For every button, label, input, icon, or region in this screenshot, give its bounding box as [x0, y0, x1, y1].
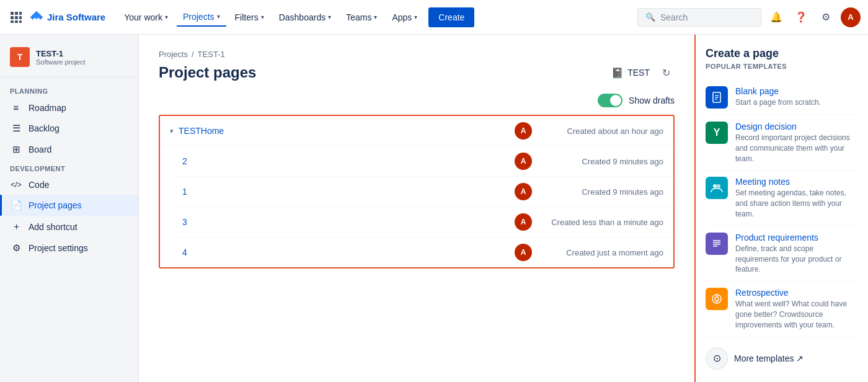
- projects-nav[interactable]: Projects ▾: [177, 8, 226, 27]
- row-name[interactable]: 4: [182, 247, 515, 257]
- settings-icon[interactable]: ⚙: [816, 7, 836, 27]
- project-pages-label: Project pages: [29, 200, 82, 210]
- row-time: Created about an hour ago: [539, 127, 663, 136]
- more-templates-icon: ⊙: [706, 347, 728, 370]
- test-badge-icon: 📓: [611, 67, 624, 79]
- table-row[interactable]: 4 A Created just a moment ago: [172, 238, 673, 267]
- grid-icon[interactable]: [7, 9, 25, 26]
- svg-point-14: [717, 184, 720, 188]
- apps-nav[interactable]: Apps ▾: [386, 9, 423, 26]
- sidebar: T TEST-1 Software project PLANNING ≡ Roa…: [0, 35, 139, 382]
- jira-logo[interactable]: Jira Software: [30, 11, 105, 24]
- template-meeting-text: Meeting notes Set meeting agendas, take …: [735, 177, 858, 219]
- template-design[interactable]: Y Design decision Record important proje…: [706, 115, 858, 171]
- topnav: Jira Software Your work ▾ Projects ▾ Fil…: [0, 0, 868, 35]
- show-drafts-toggle[interactable]: [598, 94, 622, 107]
- test-badge: 📓 TEST: [611, 67, 650, 79]
- refresh-button[interactable]: ↻: [657, 64, 675, 81]
- notifications-icon[interactable]: 🔔: [766, 7, 786, 27]
- filters-chevron: ▾: [261, 14, 264, 20]
- sidebar-item-board[interactable]: ⊞ Board: [0, 139, 138, 160]
- your-work-chevron: ▾: [165, 14, 168, 20]
- template-blank[interactable]: Blank page Start a page from scratch.: [706, 80, 858, 115]
- show-drafts-label: Show drafts: [629, 96, 675, 105]
- row-name-text: TESTHome: [179, 126, 224, 136]
- create-button[interactable]: Create: [428, 7, 474, 27]
- row-time: Created 9 minutes ago: [539, 157, 663, 166]
- row-time: Created just a moment ago: [539, 248, 663, 257]
- project-icon: T: [10, 47, 30, 67]
- svg-rect-1: [15, 12, 18, 15]
- app-body: T TEST-1 Software project PLANNING ≡ Roa…: [0, 35, 868, 382]
- breadcrumb-sep: /: [192, 50, 194, 59]
- template-product-name: Product requirements: [735, 233, 858, 242]
- template-blank-name: Blank page: [735, 86, 858, 96]
- row-name[interactable]: 1: [182, 187, 515, 197]
- template-blank-icon: [706, 86, 728, 109]
- project-name: TEST-1: [36, 49, 85, 58]
- template-retrospective[interactable]: Retrospective What went well? What could…: [706, 282, 858, 337]
- test-badge-text: TEST: [627, 68, 650, 78]
- teams-chevron: ▾: [374, 14, 377, 20]
- projects-chevron: ▾: [217, 13, 220, 20]
- row-name[interactable]: 2: [182, 156, 515, 166]
- sidebar-item-backlog[interactable]: ☰ Backlog: [0, 118, 138, 139]
- row-name-text: 3: [182, 217, 187, 227]
- page-header: Project pages 📓 TEST ↻: [159, 64, 675, 81]
- svg-rect-7: [15, 20, 18, 23]
- project-settings-icon: ⚙: [10, 242, 22, 254]
- row-avatar: A: [515, 122, 532, 140]
- rp-title: Create a page: [706, 47, 858, 60]
- template-meeting-icon: [706, 177, 728, 199]
- template-design-name: Design decision: [735, 122, 858, 131]
- svg-rect-2: [19, 12, 22, 15]
- template-meeting[interactable]: Meeting notes Set meeting agendas, take …: [706, 171, 858, 226]
- backlog-label: Backlog: [29, 123, 60, 133]
- template-product-text: Product requirements Define, track and s…: [735, 233, 858, 275]
- planning-label: PLANNING: [0, 82, 138, 97]
- table-row[interactable]: 3 A Created less than a minute ago: [172, 207, 673, 238]
- apps-chevron: ▾: [414, 14, 417, 20]
- add-shortcut-icon: ＋: [10, 221, 22, 233]
- breadcrumb-projects[interactable]: Projects: [159, 50, 188, 59]
- teams-nav[interactable]: Teams ▾: [340, 9, 383, 26]
- topnav-right: 🔍 Search 🔔 ❓ ⚙ A: [637, 7, 861, 27]
- table-row[interactable]: 2 A Created 9 minutes ago: [172, 146, 673, 177]
- breadcrumb-project[interactable]: TEST-1: [198, 50, 225, 59]
- your-work-nav[interactable]: Your work ▾: [118, 9, 174, 26]
- svg-rect-0: [11, 12, 14, 15]
- project-settings-label: Project settings: [29, 243, 88, 253]
- sidebar-item-code[interactable]: </> Code: [0, 175, 138, 195]
- more-templates-text: More templates ↗: [734, 353, 804, 363]
- template-retro-text: Retrospective What went well? What could…: [735, 288, 858, 330]
- more-templates-link[interactable]: ⊙ More templates ↗: [706, 340, 858, 377]
- row-avatar: A: [515, 153, 532, 170]
- template-retro-name: Retrospective: [735, 288, 858, 298]
- sidebar-item-add-shortcut[interactable]: ＋ Add shortcut: [0, 216, 138, 238]
- template-product[interactable]: Product requirements Define, track and s…: [706, 226, 858, 282]
- sidebar-item-roadmap[interactable]: ≡ Roadmap: [0, 97, 138, 118]
- row-name-text: 4: [182, 247, 187, 257]
- svg-rect-3: [11, 16, 14, 19]
- row-name[interactable]: ▾ TESTHome: [170, 126, 515, 136]
- project-type: Software project: [36, 58, 85, 66]
- help-icon[interactable]: ❓: [791, 7, 811, 27]
- search-icon: 🔍: [645, 12, 655, 22]
- table-row[interactable]: ▾ TESTHome A Created about an hour ago: [160, 116, 673, 146]
- backlog-icon: ☰: [10, 123, 22, 134]
- row-name-text: 1: [182, 187, 187, 197]
- table-row[interactable]: 1 A Created 9 minutes ago: [172, 177, 673, 207]
- sidebar-item-project-settings[interactable]: ⚙ Project settings: [0, 238, 138, 259]
- row-chevron: ▾: [170, 127, 174, 135]
- row-avatar: A: [515, 244, 532, 261]
- filters-nav[interactable]: Filters ▾: [229, 9, 270, 26]
- search-box[interactable]: 🔍 Search: [637, 8, 761, 27]
- user-avatar[interactable]: A: [841, 7, 861, 27]
- code-label: Code: [29, 180, 49, 190]
- template-design-icon: Y: [706, 122, 728, 144]
- dashboards-nav[interactable]: Dashboards ▾: [273, 9, 338, 26]
- row-name[interactable]: 3: [182, 217, 515, 227]
- sidebar-item-project-pages[interactable]: 📄 Project pages: [0, 195, 138, 216]
- logo-text: Jira Software: [47, 12, 105, 22]
- page-title: Project pages: [159, 64, 256, 81]
